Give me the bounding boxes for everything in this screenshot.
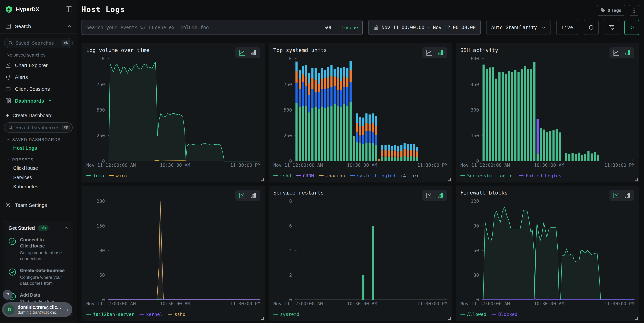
sidebar-item-alerts[interactable]: Alerts — [4, 71, 73, 83]
bar-view-button[interactable] — [437, 50, 444, 56]
sidebar-item-search[interactable]: Search — [4, 21, 73, 32]
sidebar-item-dashboards[interactable]: Dashboards — [4, 95, 73, 107]
x-axis: Nov 11 12:00:00 AM10:30:00 AM11:30:00 PM — [108, 163, 260, 169]
y-tick-label: 250 — [96, 133, 105, 138]
legend-more-link[interactable]: +4 more — [400, 173, 420, 178]
resize-handle[interactable] — [635, 317, 638, 319]
sidebar-item-client-sessions[interactable]: Client Sessions — [4, 83, 73, 95]
sidebar-item-team-settings[interactable]: Team Settings — [4, 199, 73, 211]
line-view-button[interactable] — [426, 192, 432, 199]
y-tick-label: 90 — [473, 223, 479, 228]
granularity-select[interactable]: Auto Granularity — [486, 20, 551, 35]
sidebar-collapse-button[interactable] — [66, 7, 72, 12]
gear-icon — [5, 202, 11, 208]
legend-swatch — [139, 314, 144, 314]
resize-handle[interactable] — [448, 317, 451, 319]
saved-dashboards-field[interactable] — [16, 125, 59, 130]
chart-view-toggle — [422, 190, 447, 201]
preset-clickhouse[interactable]: ClickHouse — [4, 164, 73, 173]
filter-button[interactable] — [604, 20, 619, 35]
sidebar-item-label: Alerts — [15, 74, 28, 80]
legend-label: warn — [116, 173, 127, 178]
line-view-button[interactable] — [239, 50, 246, 56]
presets-header[interactable]: PRESETS — [4, 153, 73, 164]
tags-button[interactable]: 0 Tags — [597, 5, 626, 16]
legend-swatch — [296, 175, 301, 176]
resize-handle[interactable] — [261, 317, 264, 319]
preset-kubernetes[interactable]: Kubernetes — [4, 182, 73, 191]
journal-icon — [5, 23, 11, 30]
line-view-button[interactable] — [426, 50, 432, 56]
saved-searches-input[interactable]: ⌘K — [4, 38, 73, 48]
plot-area[interactable] — [482, 201, 634, 300]
sidebar-item-label: Dashboards — [15, 98, 44, 104]
event-search-box[interactable]: SQL | Lucene — [82, 20, 363, 35]
resize-handle[interactable] — [635, 178, 638, 181]
lucene-mode-toggle[interactable]: Lucene — [342, 25, 358, 30]
resize-handle[interactable] — [448, 178, 451, 181]
chart-view-toggle — [422, 47, 447, 58]
legend-item: warn — [109, 173, 127, 178]
plot-area[interactable] — [482, 59, 634, 161]
bar-view-button[interactable] — [437, 192, 444, 199]
bar-view-button[interactable] — [250, 50, 257, 56]
y-tick-label: 8 — [289, 199, 292, 204]
x-tick-label: 10:30:00 AM — [534, 301, 564, 306]
y-tick-label: 300 — [471, 107, 479, 113]
step-title: Connect to ClickHouse — [20, 237, 68, 249]
date-range-picker[interactable]: Nov 11 00:00:00 - Nov 12 00:00:00 — [368, 20, 481, 35]
main-content: Host Logs 0 Tags SQL | Lucene Nov 11 00:… — [77, 0, 644, 323]
plot-area[interactable] — [108, 59, 260, 161]
run-query-button[interactable] — [624, 20, 639, 35]
get-started-step-connect[interactable]: Connect to ClickHouse Set up your databa… — [8, 237, 68, 262]
app-title: HyperDX — [16, 6, 62, 13]
group-header-label: PRESETS — [12, 157, 34, 162]
event-search-input[interactable] — [86, 25, 321, 30]
help-button[interactable]: ? — [3, 290, 12, 300]
saved-dashboards-header[interactable]: SAVED DASHBOARDS — [4, 133, 73, 143]
saved-dashboards-input[interactable]: ⌘K — [4, 122, 73, 133]
saved-searches-field[interactable] — [16, 41, 59, 46]
preset-services[interactable]: Services — [4, 173, 73, 182]
get-started-step-sources[interactable]: Create Data Sources Configure where your… — [8, 267, 68, 286]
refresh-button[interactable] — [584, 20, 599, 35]
legend-item: Successful Logins — [460, 173, 514, 178]
plot-area[interactable] — [295, 201, 448, 300]
more-options-button[interactable] — [629, 5, 639, 16]
line-view-button[interactable] — [613, 192, 620, 199]
y-tick-label: 250 — [284, 133, 292, 138]
create-dashboard-label: Create Dashboard — [12, 113, 52, 118]
legend-swatch — [492, 314, 496, 314]
x-tick-label: 11:30:00 PM — [604, 163, 634, 168]
resize-handle[interactable] — [261, 178, 264, 181]
plot-area[interactable] — [108, 201, 260, 300]
chart-legend: AllowedBlocked — [460, 311, 634, 317]
logo-row: HyperDX — [4, 0, 73, 21]
get-started-title: Get Started — [8, 225, 35, 231]
x-tick-label: 10:30:00 AM — [160, 163, 190, 168]
legend-swatch — [86, 175, 91, 176]
plot-area[interactable] — [295, 59, 448, 161]
bar-view-button[interactable] — [250, 192, 257, 199]
step-title: Create Data Sources — [20, 267, 68, 273]
x-tick-label: 10:30:00 AM — [347, 163, 377, 168]
legend-label: kernel — [146, 312, 163, 317]
bar-view-button[interactable] — [624, 50, 631, 56]
saved-dashboard-host-logs[interactable]: Host Logs — [4, 143, 73, 153]
sql-mode-toggle[interactable]: SQL — [324, 25, 333, 30]
get-started-header[interactable]: Get Started 3/3 — [8, 225, 68, 231]
bar-view-button[interactable] — [624, 192, 631, 199]
line-view-button[interactable] — [239, 192, 246, 199]
legend-label: Allowed — [467, 312, 486, 317]
line-view-button[interactable] — [613, 50, 620, 56]
y-tick-label: 6 — [289, 223, 292, 228]
create-dashboard-button[interactable]: + Create Dashboard — [4, 109, 73, 119]
chart-legend: Successful LoginsFailed Logins — [460, 172, 634, 179]
user-menu[interactable]: D dominic.tran@clic... dominic.tran@clic… — [2, 302, 72, 317]
live-button[interactable]: Live — [556, 20, 578, 35]
sidebar-item-chart-explorer[interactable]: Chart Explorer — [4, 59, 73, 71]
sidebar-item-label: Team Settings — [15, 202, 47, 208]
y-tick-label: 150 — [471, 133, 479, 138]
legend-item: sshd — [168, 312, 185, 317]
x-tick-label: 11:30:00 PM — [417, 301, 448, 306]
